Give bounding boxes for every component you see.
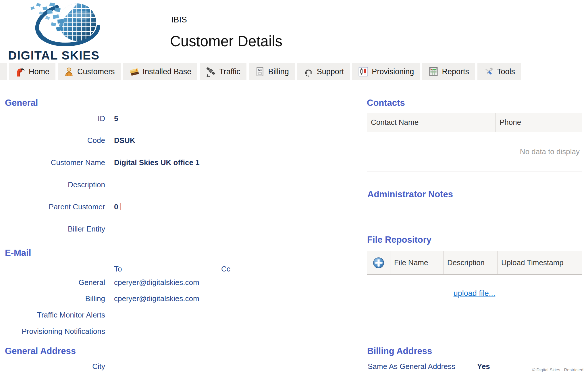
nav-label-tools: Tools: [497, 67, 515, 76]
installed-base-card-icon: [129, 66, 140, 77]
contacts-table: Contact Name Phone No data to display: [367, 113, 582, 171]
logo-wordmark: DIGITAL SKIES: [8, 48, 100, 62]
customers-person-icon: [64, 66, 74, 77]
upload-file-link[interactable]: upload file...: [367, 289, 582, 298]
nav-label-reports: Reports: [442, 67, 469, 76]
email-col-to: To: [114, 265, 122, 273]
billing-invoice-icon: $: [255, 66, 265, 77]
parent-customer-cursor-artifact: [120, 203, 121, 210]
email-col-cc: Cc: [221, 265, 230, 273]
page-title: Customer Details: [170, 33, 282, 50]
same-as-general-address-value: Yes: [477, 362, 490, 371]
field-label-customer-name: Customer Name: [0, 158, 105, 167]
nav-label-traffic: Traffic: [219, 67, 240, 76]
digital-skies-globe-logo: [26, 1, 102, 48]
email-label-provisioning-notifications: Provisioning Notifications: [0, 327, 105, 336]
nav-label-support: Support: [317, 67, 344, 76]
nav-leading-stub: [0, 63, 7, 80]
general-address-section-heading: General Address: [5, 346, 76, 356]
nav-item-traffic[interactable]: Traffic: [200, 63, 246, 80]
nav-item-support[interactable]: Support: [297, 63, 350, 80]
billing-address-section-heading: Billing Address: [367, 346, 432, 356]
email-label-traffic-monitor-alerts: Traffic Monitor Alerts: [0, 311, 105, 320]
field-label-code: Code: [0, 136, 105, 145]
email-to-general: cperyer@digitalskies.com: [114, 278, 199, 287]
email-label-general: General: [0, 278, 105, 287]
add-file-icon[interactable]: [372, 257, 385, 269]
file-column-description[interactable]: Description: [444, 251, 498, 274]
copyright-footer: © Digital Skies - Restricted: [532, 367, 583, 372]
app-name: IBIS: [171, 15, 187, 24]
customer-details-page: DIGITAL SKIES IBIS Customer Details Home: [0, 0, 588, 373]
same-as-general-address-label: Same As General Address: [368, 362, 455, 371]
contacts-section-heading: Contacts: [367, 98, 405, 108]
ibis-home-icon: [15, 66, 26, 77]
field-label-parent-customer: Parent Customer: [0, 202, 105, 211]
field-value-code: DSUK: [114, 136, 135, 145]
file-repository-heading: File Repository: [367, 235, 431, 245]
main-nav: Home Customers: [0, 63, 521, 80]
svg-text:$: $: [258, 68, 260, 72]
nav-label-installed-base: Installed Base: [143, 67, 192, 76]
field-value-id: 5: [114, 114, 118, 123]
reports-table-icon: [428, 66, 439, 77]
nav-item-reports[interactable]: Reports: [422, 63, 475, 80]
nav-label-provisioning: Provisioning: [372, 67, 414, 76]
contacts-column-phone[interactable]: Phone: [496, 113, 582, 132]
field-label-city: City: [0, 362, 105, 371]
nav-label-customers: Customers: [77, 67, 115, 76]
file-repository-table: File Name Description Upload Timestamp u…: [367, 251, 582, 312]
tools-wrench-icon: [483, 66, 494, 77]
general-section-heading: General: [5, 98, 38, 108]
field-value-parent-customer: 0: [114, 202, 118, 211]
nav-item-tools[interactable]: Tools: [477, 63, 521, 80]
email-section-heading: E-Mail: [5, 248, 31, 258]
contacts-column-contact-name[interactable]: Contact Name: [367, 113, 496, 132]
administrator-notes-heading: Administrator Notes: [367, 189, 453, 200]
provisioning-candlestick-icon: [358, 66, 369, 77]
nav-label-billing: Billing: [268, 67, 289, 76]
email-label-billing: Billing: [0, 294, 105, 303]
file-column-upload-timestamp[interactable]: Upload Timestamp: [498, 251, 582, 274]
nav-item-provisioning[interactable]: Provisioning: [352, 63, 420, 80]
traffic-satellite-icon: [206, 66, 216, 77]
nav-label-home: Home: [29, 67, 49, 76]
nav-item-billing[interactable]: $ Billing: [249, 63, 295, 80]
support-headset-icon: [303, 66, 314, 77]
nav-item-home[interactable]: Home: [9, 63, 55, 80]
file-column-file-name[interactable]: File Name: [390, 251, 444, 274]
field-label-biller-entity: Biller Entity: [0, 225, 105, 234]
field-label-id: ID: [0, 114, 105, 123]
email-to-billing: cperyer@digitalskies.com: [114, 294, 199, 303]
field-value-customer-name: Digital Skies UK office 1: [114, 158, 200, 167]
contacts-empty-message: No data to display: [367, 147, 582, 156]
field-label-description: Description: [0, 180, 105, 189]
nav-item-customers[interactable]: Customers: [58, 63, 121, 80]
file-add-cell: [367, 251, 390, 274]
nav-item-installed-base[interactable]: Installed Base: [123, 63, 198, 80]
